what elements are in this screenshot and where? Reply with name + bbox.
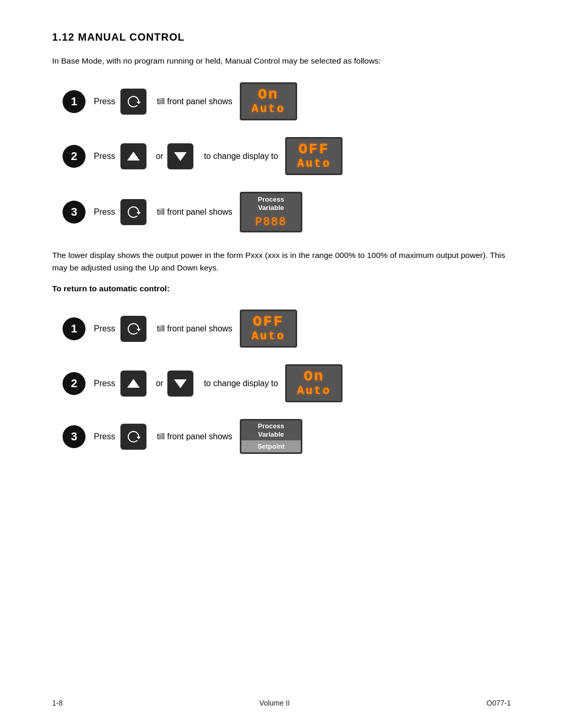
step-2-press-label: Press: [94, 152, 115, 161]
step-s2-1-suffix: till front panel shows: [157, 324, 232, 334]
lcd-display-s2-1: OFF Auto: [240, 310, 297, 348]
pv-value-1: P888: [241, 214, 301, 231]
svg-marker-3: [174, 379, 187, 388]
pv-label1-2: Process Variable: [241, 421, 301, 440]
body-text-2: To return to automatic control:: [52, 282, 511, 295]
step-s2-3-number: 3: [63, 425, 85, 448]
pv-label1-1: Process Variable: [241, 193, 301, 214]
lcd-display-2: OFF Auto: [285, 137, 342, 175]
section-title: 1.12 MANUAL CONTROL: [52, 31, 511, 43]
lcd-line1-1: On: [258, 87, 279, 103]
step-s2-1-number: 1: [63, 317, 85, 340]
svg-marker-2: [127, 379, 140, 388]
step-3-suffix: till front panel shows: [157, 207, 232, 217]
footer-center: Volume II: [260, 699, 290, 707]
svg-marker-1: [174, 152, 187, 161]
lcd-display-1: On Auto: [240, 82, 297, 120]
or-text-1: or: [156, 152, 163, 161]
step-3-press-label: Press: [94, 207, 115, 217]
footer-right: O077-1: [486, 699, 511, 707]
lcd-line2-1: Auto: [251, 103, 285, 116]
mode-button-3[interactable]: [120, 316, 146, 342]
body-text-1: The lower display shows the output power…: [52, 249, 511, 274]
mode-button-2[interactable]: [120, 199, 146, 225]
down-button-1[interactable]: [167, 143, 193, 169]
up-button-2[interactable]: [120, 371, 146, 397]
or-text-2: or: [156, 379, 163, 388]
step-s2-2-press-label: Press: [94, 379, 115, 388]
pv-display-2: Process Variable Setpoint: [240, 419, 302, 453]
step-s2-1-press-label: Press: [94, 324, 115, 334]
step-s2-2-suffix: to change display to: [204, 379, 278, 388]
lcd-line1-2: OFF: [299, 142, 329, 158]
footer-left: 1-8: [52, 699, 63, 707]
step-1-suffix: till front panel shows: [157, 97, 232, 106]
lcd-display-s2-2: On Auto: [285, 364, 342, 402]
step-s2-1-block: 1 Press till front panel shows OFF Auto: [63, 310, 511, 348]
pv-display-1: Process Variable P888: [240, 192, 302, 232]
lcd-line2-s2-2: Auto: [297, 385, 331, 398]
lcd-line1-s2-2: On: [304, 369, 325, 385]
step-s2-3-block: 3 Press till front panel shows Process V…: [63, 419, 511, 453]
lcd-line2-s2-1: Auto: [251, 330, 285, 343]
down-button-2[interactable]: [167, 371, 193, 397]
section1-steps: 1 Press till front panel shows On Auto 2…: [63, 82, 511, 232]
step-2-block: 2 Press or to change display to OFF Auto: [63, 137, 511, 175]
mode-button-4[interactable]: [120, 424, 146, 450]
pv-setpoint-label: Setpoint: [241, 440, 301, 452]
step-3-number: 3: [63, 201, 85, 224]
section2-steps: 1 Press till front panel shows OFF Auto …: [63, 310, 511, 453]
step-s2-3-suffix: till front panel shows: [157, 432, 232, 441]
mode-button-1[interactable]: [120, 89, 146, 115]
step-1-press-label: Press: [94, 97, 115, 106]
intro-text: In Base Mode, with no program running or…: [52, 55, 511, 67]
svg-marker-0: [127, 152, 140, 161]
step-1-block: 1 Press till front panel shows On Auto: [63, 82, 511, 120]
step-s2-2-number: 2: [63, 372, 85, 395]
step-2-number: 2: [63, 145, 85, 168]
lcd-line1-s2-1: OFF: [253, 314, 284, 330]
step-2-suffix: to change display to: [204, 152, 278, 161]
up-button-1[interactable]: [120, 143, 146, 169]
step-3-block: 3 Press till front panel shows Process V…: [63, 192, 511, 232]
step-s2-3-press-label: Press: [94, 432, 115, 441]
lcd-line2-2: Auto: [297, 158, 331, 170]
step-1-number: 1: [63, 90, 85, 113]
step-s2-2-block: 2 Press or to change display to On Auto: [63, 364, 511, 402]
page-footer: 1-8 Volume II O077-1: [52, 699, 511, 707]
